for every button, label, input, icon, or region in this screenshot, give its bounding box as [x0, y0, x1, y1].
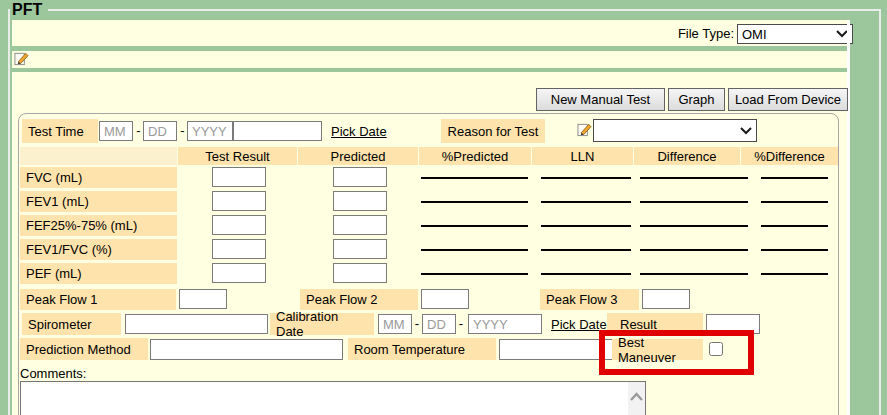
pef-test-result-input[interactable] [212, 263, 266, 283]
empty-value-line [541, 249, 631, 251]
comments-label: Comments: [20, 366, 86, 381]
fef-test-result-input[interactable] [212, 215, 266, 235]
fef-predicted-input[interactable] [333, 215, 387, 235]
fev1-test-result-input[interactable] [212, 191, 266, 211]
fvc-predicted-input[interactable] [333, 167, 387, 187]
fev1-predicted-input[interactable] [333, 191, 387, 211]
peak-flow-3-label: Peak Flow 3 [540, 289, 639, 310]
row-label-fef: FEF25%-75% (mL) [20, 215, 177, 236]
empty-value-line [541, 273, 631, 275]
col-lln: LLN [532, 147, 633, 165]
fvc-test-result-input[interactable] [212, 167, 266, 187]
row-label-fev1-fvc: FEV1/FVC (%) [20, 239, 177, 260]
empty-value-line [640, 201, 748, 203]
prediction-method-input[interactable] [150, 339, 343, 360]
reason-edit-pencil-icon[interactable] [577, 122, 592, 140]
test-time-time-input[interactable] [233, 121, 322, 141]
col-percent-difference: %Difference [741, 147, 838, 165]
empty-value-line [761, 225, 828, 227]
empty-value-line [761, 201, 828, 203]
calibration-date-label: Calibration Date [270, 313, 374, 335]
col-percent-predicted: %Predicted [419, 147, 531, 165]
calibration-year-input[interactable] [468, 314, 542, 334]
new-manual-test-button[interactable]: New Manual Test [536, 88, 665, 111]
empty-value-line [761, 177, 828, 179]
peak-flow-1-label: Peak Flow 1 [20, 289, 176, 310]
graph-button[interactable]: Graph [668, 88, 725, 111]
empty-value-line [640, 273, 748, 275]
page-title: PFT [10, 1, 48, 19]
col-test-result: Test Result [178, 147, 297, 165]
spirometer-input[interactable] [125, 314, 268, 334]
peak-flow-3-input[interactable] [642, 289, 690, 309]
test-time-month-input[interactable] [99, 121, 133, 141]
empty-value-line [640, 225, 748, 227]
results-header-blank [20, 147, 177, 165]
row-label-fvc: FVC (mL) [20, 167, 177, 188]
empty-value-line [640, 177, 748, 179]
fev1fvc-predicted-input[interactable] [333, 239, 387, 259]
edit-bar [12, 51, 847, 68]
calibration-pick-date-link[interactable]: Pick Date [551, 317, 607, 332]
empty-value-line [761, 273, 828, 275]
empty-value-line [541, 225, 631, 227]
calibration-day-input[interactable] [422, 314, 456, 334]
room-temperature-label: Room Temperature [348, 338, 496, 360]
scroll-up-icon[interactable] [630, 390, 643, 415]
date-separator: - [135, 123, 142, 138]
date-separator: - [414, 316, 420, 331]
empty-value-line [421, 249, 528, 251]
best-maneuver-label: Best Maneuver [612, 339, 703, 360]
pick-date-link[interactable]: Pick Date [331, 124, 387, 139]
reason-for-test-select[interactable] [593, 119, 757, 142]
empty-value-line [421, 201, 528, 203]
col-predicted: Predicted [298, 147, 418, 165]
load-from-device-button[interactable]: Load From Device [728, 88, 848, 111]
best-maneuver-checkbox[interactable] [709, 342, 723, 356]
file-type-selected-value: OMI [742, 27, 767, 42]
pft-page: PFT File Type: OMI New Manual Test Graph… [0, 0, 887, 415]
date-separator: - [458, 316, 464, 331]
result-label: Result [607, 313, 703, 335]
empty-value-line [761, 249, 828, 251]
test-time-day-input[interactable] [143, 121, 177, 141]
spirometer-label: Spirometer [22, 313, 121, 335]
chevron-down-icon [740, 127, 752, 135]
reason-for-test-label: Reason for Test [441, 119, 545, 143]
peak-flow-2-input[interactable] [421, 289, 469, 309]
test-time-label: Test Time [22, 119, 98, 143]
comments-textarea[interactable] [20, 381, 646, 415]
calibration-month-input[interactable] [378, 314, 412, 334]
edit-pencil-icon[interactable] [14, 51, 29, 69]
panel-right-border [847, 20, 850, 415]
row-label-pef: PEF (mL) [20, 263, 177, 284]
file-type-label: File Type: [660, 26, 734, 41]
pef-predicted-input[interactable] [333, 263, 387, 283]
file-type-select[interactable]: OMI [737, 24, 853, 44]
test-time-year-input[interactable] [187, 121, 233, 141]
col-difference: Difference [634, 147, 740, 165]
peak-flow-2-label: Peak Flow 2 [300, 289, 418, 310]
fev1fvc-test-result-input[interactable] [212, 239, 266, 259]
empty-value-line [541, 201, 631, 203]
empty-value-line [541, 177, 631, 179]
result-input[interactable] [706, 314, 760, 334]
peak-flow-1-input[interactable] [179, 289, 227, 309]
empty-value-line [421, 225, 528, 227]
date-separator: - [179, 123, 186, 138]
prediction-method-label: Prediction Method [20, 338, 148, 360]
empty-value-line [421, 177, 528, 179]
empty-value-line [640, 249, 748, 251]
comments-scrollbar[interactable] [628, 382, 645, 415]
empty-value-line [421, 273, 528, 275]
row-label-fev1: FEV1 (mL) [20, 191, 177, 212]
